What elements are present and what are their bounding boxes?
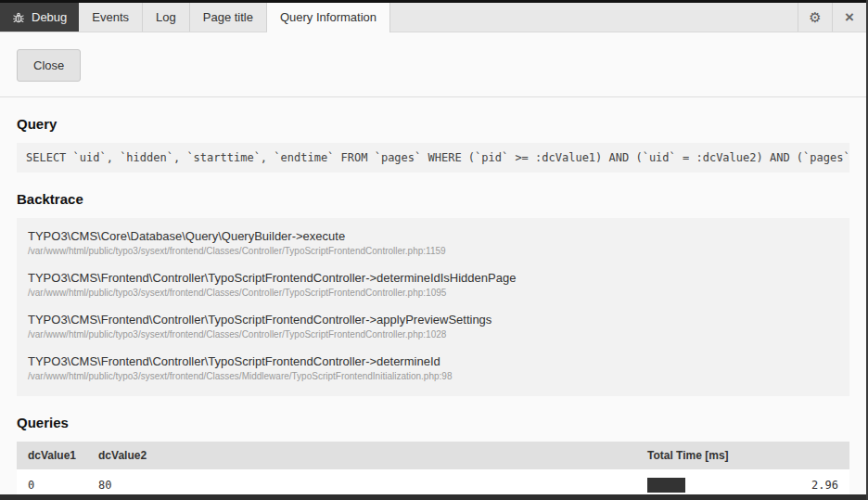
backtrace-function: TYPO3\CMS\Core\Database\Query\QueryBuild…	[28, 229, 838, 243]
backtrace-entry: TYPO3\CMS\Core\Database\Query\QueryBuild…	[28, 229, 838, 271]
query-section-title: Query	[17, 116, 849, 132]
column-header-dcvalue1: dcValue1	[17, 442, 87, 469]
backtrace-location: /var/www/html/public/typo3/sysext/fronte…	[28, 246, 838, 256]
tab-query-information[interactable]: Query Information	[267, 3, 390, 32]
backtrace-list: TYPO3\CMS\Core\Database\Query\QueryBuild…	[17, 218, 849, 396]
debug-brand-tab[interactable]: Debug	[0, 3, 79, 32]
close-panel-button[interactable]: ×	[832, 3, 866, 32]
debug-tabbar: Debug Events Log Page title Query Inform…	[0, 3, 866, 32]
backtrace-function: TYPO3\CMS\Frontend\Controller\TypoScript…	[28, 354, 838, 368]
divider	[0, 96, 866, 97]
backtrace-entry: TYPO3\CMS\Frontend\Controller\TypoScript…	[28, 313, 838, 354]
tabbar-actions: ⚙ ×	[798, 3, 866, 32]
settings-button[interactable]: ⚙	[798, 3, 832, 32]
queries-section-title: Queries	[17, 415, 849, 430]
backtrace-function: TYPO3\CMS\Frontend\Controller\TypoScript…	[28, 271, 838, 285]
bug-icon	[12, 11, 25, 24]
queries-table: dcValue1 dcValue2 Total Time [ms] 0 80 2…	[17, 442, 849, 500]
backtrace-location: /var/www/html/public/typo3/sysext/fronte…	[28, 329, 838, 340]
backtrace-location: /var/www/html/public/typo3/sysext/fronte…	[28, 371, 838, 381]
backtrace-section-title: Backtrace	[17, 191, 849, 207]
tab-events[interactable]: Events	[79, 3, 143, 32]
backtrace-function: TYPO3\CMS\Frontend\Controller\TypoScript…	[28, 313, 838, 327]
debug-panel: Debug Events Log Page title Query Inform…	[0, 0, 868, 500]
column-header-total-time: Total Time [ms]	[636, 442, 849, 469]
gear-icon: ⚙	[809, 9, 821, 26]
close-button[interactable]: Close	[17, 49, 81, 82]
tab-log[interactable]: Log	[143, 3, 190, 32]
backtrace-entry: TYPO3\CMS\Frontend\Controller\TypoScript…	[28, 354, 838, 396]
time-bar	[647, 478, 685, 493]
time-value: 2.96	[811, 479, 838, 492]
close-icon: ×	[845, 8, 854, 27]
column-header-dcvalue2: dcValue2	[87, 442, 636, 469]
brand-label: Debug	[32, 10, 67, 24]
panel-content: Close Query SELECT `uid`, `hidden`, `sta…	[0, 32, 866, 500]
tab-page-title[interactable]: Page title	[190, 3, 267, 32]
table-header-row: dcValue1 dcValue2 Total Time [ms]	[17, 442, 849, 469]
panel-resize-handle[interactable]	[0, 494, 866, 500]
backtrace-entry: TYPO3\CMS\Frontend\Controller\TypoScript…	[28, 271, 838, 313]
backtrace-location: /var/www/html/public/typo3/sysext/fronte…	[28, 288, 838, 298]
sql-query: SELECT `uid`, `hidden`, `starttime`, `en…	[17, 143, 849, 173]
